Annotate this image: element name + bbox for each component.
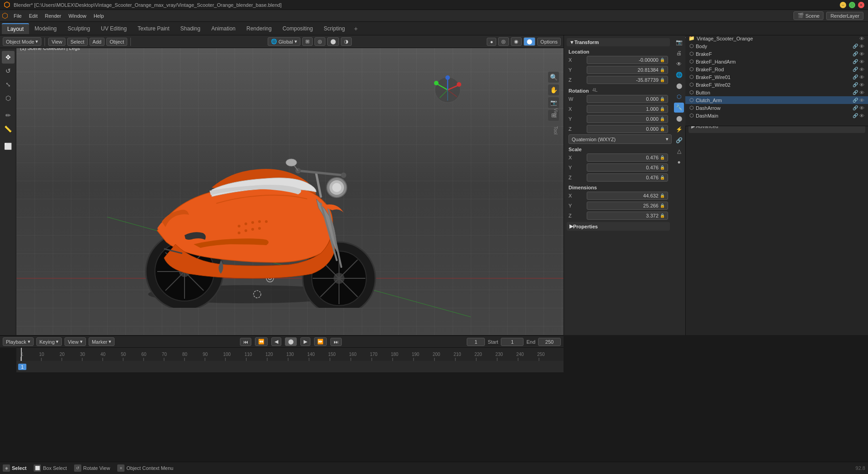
scene-item-vintage-scooter[interactable]: ▼ 📁 Vintage_Scooter_Orange 👁 xyxy=(673,35,868,42)
scene-item-dashmain[interactable]: ⬡ DashMain 🔗 👁 xyxy=(673,112,868,119)
view-menu[interactable]: View xyxy=(48,38,65,46)
scale-z-field[interactable]: 0.476 🔒 xyxy=(587,173,668,182)
dashodom01-vis[interactable]: 👁 xyxy=(859,121,864,121)
jump-end-button[interactable]: ⏭ xyxy=(330,338,342,346)
button-vis[interactable]: 👁 xyxy=(859,90,864,95)
scene-item-brakef-wire01[interactable]: ⬡ BrakeF_Wire01 🔗 👁 xyxy=(673,73,868,81)
visibility-icon[interactable]: 👁 xyxy=(859,36,864,41)
body-link-icon[interactable]: 🔗 xyxy=(853,44,858,49)
lock-icon-y[interactable]: 🔒 xyxy=(660,68,665,72)
rotation-y-field[interactable]: 0.000 🔒 xyxy=(587,115,668,123)
dashmain-link[interactable]: 🔗 xyxy=(853,113,858,118)
scene-item-dashodom01[interactable]: ⬡ DashOdom_01 🔗 👁 xyxy=(673,119,868,121)
tab-layout[interactable]: Layout xyxy=(2,23,29,34)
rotate-tool[interactable]: ↺ xyxy=(2,64,15,77)
mode-dropdown[interactable]: Object Mode▾ xyxy=(3,37,41,46)
render-layer-selector[interactable]: RenderLayer xyxy=(826,12,863,20)
lock-icon-sz[interactable]: 🔒 xyxy=(660,175,665,180)
scene-item-body[interactable]: ⬡ Body 🔗 👁 xyxy=(673,42,868,50)
brakef-wire01-link[interactable]: 🔗 xyxy=(853,74,858,79)
global-dropdown[interactable]: 🌐Global▾ xyxy=(268,37,300,46)
camera-icon[interactable]: 📷 xyxy=(548,97,559,108)
dasharrow-link[interactable]: 🔗 xyxy=(853,105,858,110)
clutch-arm-link[interactable]: 🔗 xyxy=(853,98,858,103)
scene-item-brakef[interactable]: ⬡ BrakeF 🔗 👁 xyxy=(673,50,868,58)
lock-icon-dz[interactable]: 🔒 xyxy=(660,213,665,218)
scale-y-field[interactable]: 0.476 🔒 xyxy=(587,163,668,172)
scale-x-field[interactable]: 0.476 🔒 xyxy=(587,153,668,162)
tab-scripting[interactable]: Scripting xyxy=(318,24,350,34)
tab-uv-editing[interactable]: UV Editing xyxy=(95,24,132,34)
timeline-ruler[interactable]: 1 10 20 30 40 50 60 70 80 90 100 110 120… xyxy=(16,347,564,361)
end-frame-field[interactable]: 250 xyxy=(538,338,561,346)
viewport-shading-rendered[interactable]: ◉ xyxy=(511,37,522,46)
xray-btn[interactable]: ◑ xyxy=(341,37,352,46)
clutch-arm-vis[interactable]: 👁 xyxy=(859,98,864,103)
rewind-button[interactable]: ◀ xyxy=(271,337,281,346)
brakef-wire02-vis[interactable]: 👁 xyxy=(859,82,864,88)
transform-tool[interactable]: ⬡ xyxy=(2,92,15,104)
tab-sculpting[interactable]: Sculpting xyxy=(62,24,95,34)
tab-rendering[interactable]: Rendering xyxy=(241,24,277,34)
menu-render[interactable]: Render xyxy=(41,12,65,20)
lock-icon-ry[interactable]: 🔒 xyxy=(660,117,665,121)
physics-tab-icon[interactable]: ⚡ xyxy=(674,124,684,134)
brakef-wire01-vis[interactable]: 👁 xyxy=(859,74,864,80)
object-tab-icon[interactable]: ⬡ xyxy=(674,92,684,102)
tab-modeling[interactable]: Modeling xyxy=(29,24,62,34)
output-tab-icon[interactable]: 🖨 xyxy=(674,48,684,58)
lock-icon-sy[interactable]: 🔒 xyxy=(660,165,665,170)
viewport-shading-material[interactable]: ◎ xyxy=(498,37,509,46)
location-z-field[interactable]: -35.87739 🔒 xyxy=(587,76,668,84)
location-x-field[interactable]: -0.00000 🔒 xyxy=(587,56,668,64)
lock-icon-sx[interactable]: 🔒 xyxy=(660,155,665,160)
proportional-edit[interactable]: ◎ xyxy=(314,37,325,46)
tab-compositing[interactable]: Compositing xyxy=(277,24,319,34)
step-back-button[interactable]: ⏪ xyxy=(255,337,268,346)
properties-subsection[interactable]: ▶Properties xyxy=(567,222,670,231)
lock-icon-dx[interactable]: 🔒 xyxy=(660,193,665,198)
menu-file[interactable]: File xyxy=(10,12,25,20)
brakef-link-icon[interactable]: 🔗 xyxy=(853,51,858,56)
start-frame-field[interactable]: 1 xyxy=(501,338,524,346)
object-menu[interactable]: Object xyxy=(106,38,127,46)
pan-icon[interactable]: ✋ xyxy=(548,84,559,95)
blender-menu-logo[interactable]: ⬡ xyxy=(2,11,8,20)
viewport-3d[interactable]: User Perspective (1) Scene Collection | … xyxy=(16,35,564,335)
material-tab-icon[interactable]: ● xyxy=(674,157,684,167)
tab-shading[interactable]: Shading xyxy=(175,24,206,34)
data-tab-icon[interactable]: △ xyxy=(674,146,684,156)
keying-dropdown[interactable]: Keying▾ xyxy=(36,337,62,346)
viewport-shading-eevee[interactable]: ⬤ xyxy=(524,37,535,46)
dasharrow-vis[interactable]: 👁 xyxy=(859,105,864,111)
annotate-tool[interactable]: ✏ xyxy=(2,109,15,122)
viewport-gizmo[interactable] xyxy=(432,74,464,106)
brakef-rod-link[interactable]: 🔗 xyxy=(853,67,858,72)
step-forward-button[interactable]: ⏩ xyxy=(314,337,327,346)
play-button[interactable]: ▶ xyxy=(300,337,310,346)
brakef-wire02-link[interactable]: 🔗 xyxy=(853,82,858,87)
brakef-handarm-vis[interactable]: 👁 xyxy=(859,59,864,64)
add-menu[interactable]: Add xyxy=(90,38,105,46)
select-menu[interactable]: Select xyxy=(67,38,88,46)
jump-start-button[interactable]: ⏮ xyxy=(240,338,251,346)
scene-item-brakef-wire02[interactable]: ⬡ BrakeF_Wire02 🔗 👁 xyxy=(673,81,868,89)
render-tab-icon[interactable]: 📷 xyxy=(674,37,684,47)
rotation-x-field[interactable]: 1.000 🔒 xyxy=(587,105,668,113)
stop-button[interactable]: ⬤ xyxy=(285,337,297,346)
tab-animation[interactable]: Animation xyxy=(206,24,241,34)
brakef-rod-vis[interactable]: 👁 xyxy=(859,67,864,72)
options-menu[interactable]: Options xyxy=(537,38,561,46)
rotation-z-field[interactable]: 0.000 🔒 xyxy=(587,125,668,133)
location-y-field[interactable]: 20.81384 🔒 xyxy=(587,66,668,74)
rotation-w-field[interactable]: 0.000 🔒 xyxy=(587,95,668,103)
button-link[interactable]: 🔗 xyxy=(853,90,858,95)
engine-selector[interactable]: 🎬Scene xyxy=(793,11,823,20)
lock-icon-z[interactable]: 🔒 xyxy=(660,78,665,82)
brakef-vis-icon[interactable]: 👁 xyxy=(859,51,864,57)
current-frame-indicator[interactable]: 1 xyxy=(18,364,26,370)
add-cube[interactable]: ⬜ xyxy=(2,140,15,153)
overlay-btn[interactable]: ⬤ xyxy=(327,37,339,46)
particle-tab-icon[interactable]: ⬤ xyxy=(674,114,684,123)
measure-tool[interactable]: 📏 xyxy=(2,123,15,135)
